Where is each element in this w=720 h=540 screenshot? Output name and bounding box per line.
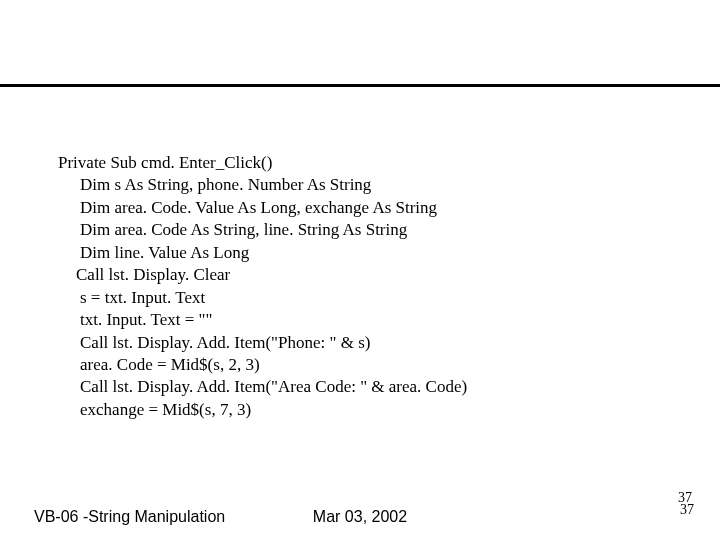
code-line: Dim s As String, phone. Number As String [58,174,467,196]
footer-date: Mar 03, 2002 [0,508,720,526]
page-number-sub: 37 [680,502,694,518]
code-line: Call lst. Display. Add. Item("Area Code:… [58,376,467,398]
code-line: Private Sub cmd. Enter_Click() [58,152,467,174]
code-line: Dim area. Code. Value As Long, exchange … [58,197,467,219]
code-line: exchange = Mid$(s, 7, 3) [58,399,467,421]
code-line: Dim line. Value As Long [58,242,467,264]
code-line: Dim area. Code As String, line. String A… [58,219,467,241]
code-line: Call lst. Display. Add. Item("Phone: " &… [58,332,467,354]
code-line: txt. Input. Text = "" [58,309,467,331]
code-line: Call lst. Display. Clear [58,264,467,286]
slide: Private Sub cmd. Enter_Click() Dim s As … [0,0,720,540]
divider-rule [0,84,720,87]
code-block: Private Sub cmd. Enter_Click() Dim s As … [58,152,467,421]
code-line: area. Code = Mid$(s, 2, 3) [58,354,467,376]
code-line: s = txt. Input. Text [58,287,467,309]
